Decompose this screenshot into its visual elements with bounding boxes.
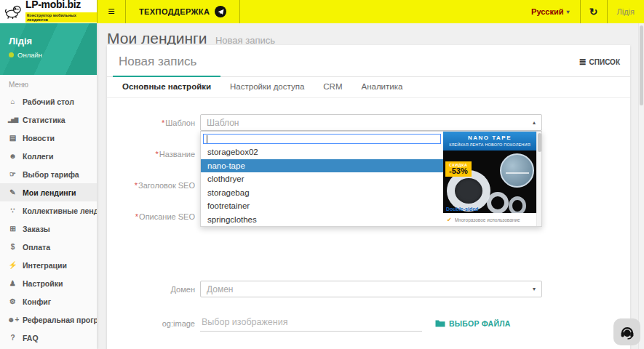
online-status-dot (9, 52, 14, 57)
sidebar-item-config[interactable]: ⚙Конфиг (0, 292, 97, 310)
chevron-up-icon: ▴ (533, 119, 536, 126)
sidebar-item-news[interactable]: ▤Новости (0, 129, 97, 147)
page-scrollbar-thumb[interactable] (640, 25, 643, 105)
sidebar-toggle-button[interactable]: ≡ (98, 0, 125, 23)
seo-description-label: *Описание SEO (107, 208, 195, 221)
sidebar-user-panel: Лідія Онлайн (0, 23, 97, 75)
form-row-ogimage: og:image Выбор изображения ВЫБОР ФАЙЛА (107, 315, 630, 332)
dropdown-option[interactable]: springclothes (201, 213, 443, 227)
sidebar-item-integrations[interactable]: ⚡Интеграции (0, 256, 97, 274)
integrations-icon: ⚡ (7, 261, 18, 269)
text-cursor (207, 135, 207, 143)
dropdown-option[interactable]: storagebag (201, 186, 443, 200)
list-button[interactable]: ≣ СПИСОК (579, 57, 620, 67)
choose-file-button[interactable]: ВЫБОР ФАЙЛА (435, 319, 510, 328)
language-selector[interactable]: Русский ▾ (521, 0, 579, 23)
sidebar-item-settings[interactable]: ♟Настройки (0, 274, 97, 292)
support-chat-button[interactable] (613, 318, 640, 345)
page-scrollbar[interactable] (638, 23, 644, 349)
sidebar-item-label: Новости (23, 134, 55, 143)
preview-title: NANO TAPE (445, 135, 535, 141)
payment-icon: $ (7, 243, 18, 251)
ogimage-input[interactable]: Выбор изображения (200, 315, 422, 332)
template-select-placeholder: Шаблон (207, 118, 239, 128)
app-logo[interactable]: LP-mobi.biz Конструктор мобильных лендин… (0, 0, 97, 23)
sidebar-item-orders[interactable]: ⊞Заказы (0, 220, 97, 238)
page-header: Мои лендинги Новая запись (97, 23, 644, 47)
tab-access-settings[interactable]: Настройки доступа (220, 76, 314, 97)
sidebar-item-label: Конфиг (23, 297, 51, 306)
tape-roll-small (487, 192, 509, 213)
tab-main-settings[interactable]: Основные настройки (113, 76, 220, 97)
support-button[interactable]: ТЕХПОДДЕРЖКА (126, 0, 239, 23)
sidebar-item-dashboard[interactable]: ⌂Рабочий стол (0, 92, 97, 111)
dropdown-option-selected[interactable]: nano-tape (201, 159, 443, 173)
sidebar-item-referral[interactable]: ☻+Реферальная программа (0, 310, 97, 329)
required-marker: * (162, 119, 164, 127)
sidebar-item-label: Статистика (23, 116, 65, 124)
refresh-button[interactable]: ↻ (581, 0, 607, 23)
tab-analytics[interactable]: Аналитика (351, 76, 412, 97)
template-preview[interactable]: NANO TAPE КЛЕЙКАЯ ЛЕНТА НОВОГО ПОКОЛЕНИЯ… (443, 132, 536, 226)
sidebar-item-label: Выбор тарифа (23, 170, 79, 179)
template-select[interactable]: Шаблон ▴ (200, 114, 542, 131)
dropdown-option[interactable]: footretainer (201, 199, 443, 213)
headset-icon (619, 324, 635, 340)
sidebar-menu-label: Меню (0, 75, 97, 92)
domain-select-placeholder: Домен (207, 284, 234, 294)
refresh-icon: ↻ (589, 6, 598, 17)
check-icon: ✔ (447, 217, 452, 223)
discount-value: -53% (449, 167, 468, 176)
dropdown-search-input[interactable] (203, 134, 441, 144)
sidebar-item-colleagues[interactable]: ☻Коллеги (0, 147, 97, 165)
template-dropdown: storagebox02 nano-tape clothdryer storag… (200, 131, 542, 227)
tab-crm[interactable]: CRM (314, 76, 351, 97)
sidebar-item-payment[interactable]: $Оплата (0, 238, 97, 256)
list-icon: ≣ (579, 57, 586, 67)
template-dropdown-list: storagebox02 nano-tape clothdryer storag… (201, 132, 443, 226)
choose-file-label: ВЫБОР ФАЙЛА (449, 319, 510, 328)
preview-tag: Double-sided (446, 206, 478, 212)
settings-icon: ♟ (7, 279, 18, 287)
folder-icon (435, 319, 445, 327)
colleagues-icon: ☻ (7, 152, 18, 160)
language-label: Русский (531, 7, 563, 16)
preview-feature: Многоразовое использование (455, 217, 520, 222)
dropdown-option[interactable]: storagebox02 (201, 145, 443, 159)
share-icon: ∵ (7, 206, 18, 214)
sidebar-item-statistics[interactable]: ▂▅▇Статистика (0, 111, 97, 129)
tape-roll-large (447, 170, 490, 212)
sidebar-item-label: Мои лендинги (23, 188, 76, 197)
tariff-icon: ☞ (7, 170, 18, 178)
sidebar-menu: ⌂Рабочий стол ▂▅▇Статистика ▤Новости ☻Ко… (0, 92, 97, 347)
dropdown-scrollbar-thumb[interactable] (538, 133, 541, 152)
topbar: LP-mobi.biz Конструктор мобильных лендин… (0, 0, 644, 23)
template-label: *Шаблон (107, 114, 195, 127)
sidebar-item-tariff[interactable]: ☞Выбор тарифа (0, 165, 97, 183)
sidebar-item-label: Интеграции (23, 261, 67, 270)
chevron-down-icon: ▾ (533, 286, 536, 292)
dropdown-scrollbar[interactable] (536, 132, 541, 226)
sidebar: Лідія Онлайн Меню ⌂Рабочий стол ▂▅▇Стати… (0, 23, 97, 349)
sidebar-item-label: Оплата (23, 243, 50, 252)
breadcrumb: Новая запись (215, 35, 275, 46)
preview-footer: ✔ Многоразовое использование (443, 213, 536, 226)
referral-icon: ☻+ (7, 316, 18, 324)
hamburger-icon: ≡ (108, 5, 114, 18)
orders-icon: ⊞ (7, 225, 18, 233)
domain-select[interactable]: Домен ▾ (200, 281, 542, 297)
sidebar-item-label: Рабочий стол (23, 97, 74, 106)
sidebar-user-status: Онлайн (9, 51, 88, 59)
stats-icon: ▂▅▇ (7, 117, 18, 123)
sidebar-item-my-landings[interactable]: ✎Мои лендинги (0, 183, 97, 201)
sidebar-item-faq[interactable]: ?FAQ (0, 329, 97, 347)
main-content: Мои лендинги Новая запись Новая запись ≣… (97, 23, 644, 349)
sidebar-item-collective-landings[interactable]: ∵Коллективные лендинги (0, 201, 97, 220)
dropdown-option[interactable]: clothdryer (201, 172, 443, 186)
support-label: ТЕХПОДДЕРЖКА (139, 7, 210, 16)
topbar-username[interactable]: Лідія (608, 0, 644, 23)
sidebar-item-label: FAQ (23, 334, 39, 342)
form-row-domain: Домен Домен ▾ (107, 281, 630, 297)
list-button-label: СПИСОК (589, 58, 620, 66)
sidebar-user-name: Лідія (9, 36, 88, 47)
